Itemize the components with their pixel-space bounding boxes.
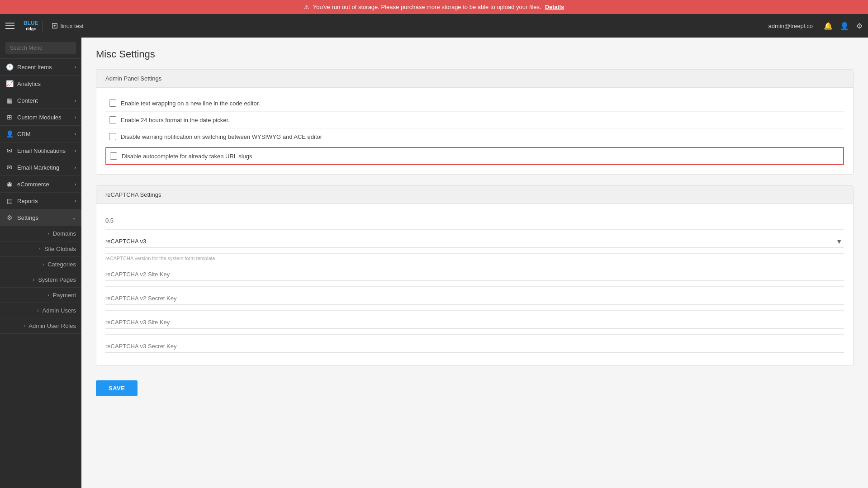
disable-warning-checkbox[interactable] bbox=[109, 133, 116, 140]
email-marketing-icon: ✉ bbox=[5, 164, 14, 171]
sidebar-sub-item-domains[interactable]: › Domains bbox=[0, 226, 81, 242]
alert-message: You've run out of storage. Please purcha… bbox=[313, 4, 541, 10]
chevron-right-icon: › bbox=[39, 246, 41, 251]
sidebar-item-analytics[interactable]: 📈 Analytics bbox=[0, 76, 81, 92]
top-nav: BLUE ridge linux test admin@treepl.co 🔔 … bbox=[0, 14, 868, 38]
sidebar-item-content[interactable]: ▦ Content › bbox=[0, 92, 81, 109]
chevron-icon: › bbox=[75, 65, 76, 70]
recaptcha-settings-card: reCAPTCHA Settings 0.5 reCAPTCHA v2 reCA… bbox=[96, 185, 854, 366]
24h-format-checkbox[interactable] bbox=[109, 116, 116, 123]
sidebar-sub-item-admin-user-roles[interactable]: › Admin User Roles bbox=[0, 318, 81, 334]
chevron-down-icon: ⌄ bbox=[72, 215, 76, 220]
sidebar-label-crm: CRM bbox=[17, 131, 31, 137]
sidebar-item-email-notifications[interactable]: ✉ Email Notifications › bbox=[0, 142, 81, 159]
recaptcha-settings-header: reCAPTCHA Settings bbox=[96, 186, 853, 204]
edit-icon bbox=[52, 23, 58, 29]
recaptcha-v2-secret-key-input[interactable] bbox=[105, 292, 844, 305]
sidebar-item-ecommerce[interactable]: ◉ eCommerce › bbox=[0, 176, 81, 193]
content-icon: ▦ bbox=[5, 97, 14, 104]
sidebar-search-container bbox=[0, 38, 81, 59]
sidebar-sub-item-categories[interactable]: › Categories bbox=[0, 257, 81, 272]
sidebar-sub-label-system-pages: System Pages bbox=[38, 276, 76, 283]
sidebar-sub-item-admin-users[interactable]: › Admin Users bbox=[0, 303, 81, 318]
sidebar-label-ecommerce: eCommerce bbox=[17, 181, 49, 188]
recaptcha-score-value: 0.5 bbox=[105, 214, 114, 227]
chevron-icon: › bbox=[75, 98, 76, 103]
chevron-icon: › bbox=[75, 165, 76, 170]
text-wrap-label[interactable]: Enable text wrapping on a new line in th… bbox=[121, 100, 260, 107]
sidebar-sub-label-payment: Payment bbox=[53, 292, 76, 298]
chevron-right-icon: › bbox=[37, 308, 38, 313]
disable-autocomplete-checkbox[interactable] bbox=[110, 152, 117, 160]
disable-autocomplete-label[interactable]: Disable autocomplete for already taken U… bbox=[122, 153, 252, 160]
recaptcha-version-wrapper: reCAPTCHA v2 reCAPTCHA v3 ▼ bbox=[105, 230, 844, 254]
sidebar-sub-item-payment[interactable]: › Payment bbox=[0, 288, 81, 303]
content-area: Misc Settings Admin Panel Settings Enabl… bbox=[81, 38, 868, 488]
site-name: linux test bbox=[61, 23, 84, 29]
recent-items-icon: 🕐 bbox=[5, 63, 14, 71]
sidebar-sub-item-site-globals[interactable]: › Site Globals bbox=[0, 242, 81, 257]
sidebar-label-content: Content bbox=[17, 97, 38, 104]
checkbox-disable-autocomplete: Disable autocomplete for already taken U… bbox=[105, 147, 844, 165]
disable-warning-label[interactable]: Disable warning notification on switchin… bbox=[121, 133, 322, 140]
sidebar-label-custom-modules: Custom Modules bbox=[17, 114, 62, 121]
logo-blue: BLUE bbox=[24, 20, 38, 26]
recaptcha-v3-site-key-field bbox=[105, 311, 844, 335]
text-wrap-checkbox[interactable] bbox=[109, 99, 116, 107]
logo-ridge: ridge bbox=[26, 27, 36, 32]
checkbox-text-wrap: Enable text wrapping on a new line in th… bbox=[105, 95, 844, 112]
profile-button[interactable]: 👤 bbox=[840, 22, 849, 30]
sidebar-sub-label-site-globals: Site Globals bbox=[44, 246, 76, 252]
24h-format-label[interactable]: Enable 24 hours format in the date picke… bbox=[121, 117, 230, 123]
checkbox-24h-format: Enable 24 hours format in the date picke… bbox=[105, 112, 844, 128]
recaptcha-v2-site-key-field bbox=[105, 263, 844, 287]
chevron-right-icon: › bbox=[47, 293, 49, 298]
recaptcha-v3-secret-key-field bbox=[105, 335, 844, 358]
recaptcha-version-select[interactable]: reCAPTCHA v2 reCAPTCHA v3 bbox=[105, 235, 844, 248]
search-input[interactable] bbox=[5, 42, 76, 54]
alert-bar: ⚠ You've run out of storage. Please purc… bbox=[0, 0, 868, 14]
settings-icon: ⚙ bbox=[5, 214, 14, 221]
recaptcha-v3-secret-key-input[interactable] bbox=[105, 340, 844, 353]
hamburger-menu[interactable] bbox=[5, 23, 14, 29]
recaptcha-v2-secret-key-field bbox=[105, 287, 844, 311]
checkbox-disable-warning: Disable warning notification on switchin… bbox=[105, 128, 844, 145]
sidebar-item-custom-modules[interactable]: ⊞ Custom Modules › bbox=[0, 109, 81, 126]
admin-panel-settings-card: Admin Panel Settings Enable text wrappin… bbox=[96, 69, 854, 175]
admin-panel-settings-body: Enable text wrapping on a new line in th… bbox=[96, 88, 853, 174]
recaptcha-settings-body: 0.5 reCAPTCHA v2 reCAPTCHA v3 ▼ reCAPTCH… bbox=[96, 204, 853, 365]
save-button[interactable]: SAVE bbox=[96, 380, 138, 396]
settings-button[interactable]: ⚙ bbox=[856, 22, 863, 30]
sidebar-item-recent-items[interactable]: 🕐 Recent Items › bbox=[0, 59, 81, 76]
sidebar-item-reports[interactable]: ▤ Reports › bbox=[0, 193, 81, 209]
email-notifications-icon: ✉ bbox=[5, 147, 14, 154]
chevron-right-icon: › bbox=[47, 231, 49, 236]
chevron-icon: › bbox=[75, 115, 76, 120]
sidebar-sub-label-admin-user-roles: Admin User Roles bbox=[28, 322, 76, 329]
recaptcha-v3-site-key-input[interactable] bbox=[105, 316, 844, 329]
logo: BLUE ridge bbox=[20, 20, 43, 31]
custom-modules-icon: ⊞ bbox=[5, 114, 14, 121]
admin-email: admin@treepl.co bbox=[768, 23, 813, 29]
recaptcha-v2-site-key-input[interactable] bbox=[105, 268, 844, 281]
sidebar-sub-item-system-pages[interactable]: › System Pages bbox=[0, 272, 81, 288]
sidebar-label-settings: Settings bbox=[17, 214, 38, 221]
alert-details-link[interactable]: Details bbox=[545, 4, 564, 10]
sidebar-item-settings[interactable]: ⚙ Settings ⌄ bbox=[0, 209, 81, 226]
sidebar-item-crm[interactable]: 👤 CRM › bbox=[0, 126, 81, 142]
sidebar-sub-label-admin-users: Admin Users bbox=[43, 307, 76, 314]
chevron-right-icon: › bbox=[24, 323, 25, 328]
main-layout: 🕐 Recent Items › 📈 Analytics ▦ Content ›… bbox=[0, 38, 868, 488]
crm-icon: 👤 bbox=[5, 130, 14, 137]
chevron-icon: › bbox=[75, 199, 76, 204]
sidebar-sub-label-categories: Categories bbox=[47, 261, 76, 268]
notifications-button[interactable]: 🔔 bbox=[824, 22, 833, 30]
sidebar-item-email-marketing[interactable]: ✉ Email Marketing › bbox=[0, 159, 81, 176]
admin-panel-settings-header: Admin Panel Settings bbox=[96, 70, 853, 88]
analytics-icon: 📈 bbox=[5, 80, 14, 87]
page-title: Misc Settings bbox=[96, 48, 854, 60]
site-link[interactable]: linux test bbox=[52, 23, 84, 29]
chevron-icon: › bbox=[75, 182, 76, 187]
sidebar-sub-label-domains: Domains bbox=[53, 230, 76, 237]
sidebar-label-analytics: Analytics bbox=[17, 81, 41, 87]
